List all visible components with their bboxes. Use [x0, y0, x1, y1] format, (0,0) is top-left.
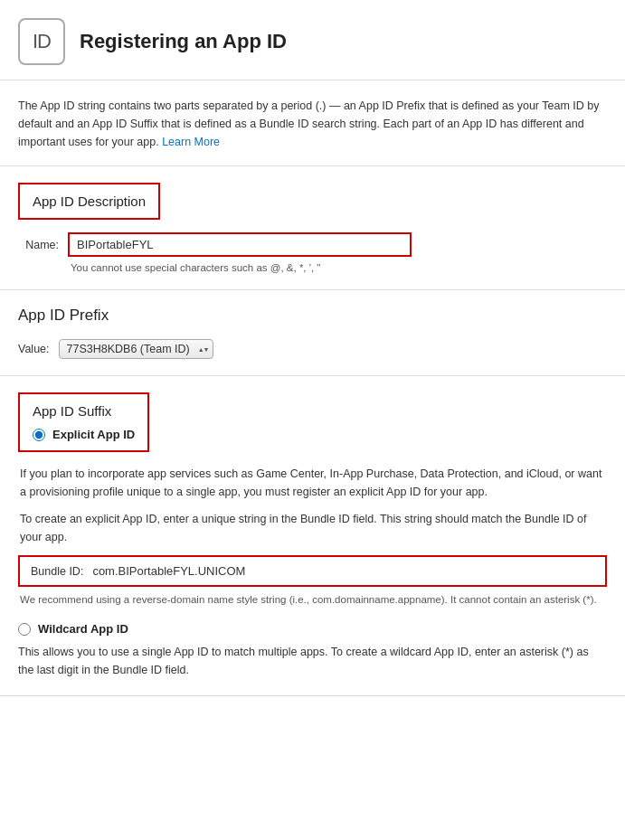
name-note: You cannot use special characters such a… — [71, 262, 607, 273]
prefix-value-label: Value: — [18, 343, 50, 355]
intro-section: The App ID string contains two parts sep… — [0, 80, 625, 166]
explicit-desc2: To create an explicit App ID, enter a un… — [20, 510, 607, 546]
app-id-description-section: App ID Description Name: You cannot use … — [0, 166, 625, 290]
prefix-value-row: Value: 77S3H8KDB6 (Team ID) — [18, 339, 607, 359]
wildcard-radio-row: Wildcard App ID — [18, 622, 607, 636]
page-header: ID Registering an App ID — [0, 0, 625, 80]
app-id-description-title: App ID Description — [33, 193, 146, 209]
intro-text: The App ID string contains two parts sep… — [18, 99, 599, 148]
app-id-suffix-section: App ID Suffix Explicit App ID If you pla… — [0, 376, 625, 696]
bundle-id-note: We recommend using a reverse-domain name… — [20, 592, 607, 608]
name-field-row: Name: — [18, 232, 607, 257]
wildcard-desc: This allows you to use a single App ID t… — [18, 643, 607, 679]
bundle-id-input[interactable] — [92, 564, 594, 578]
bundle-id-row: Bundle ID: — [18, 555, 607, 587]
name-label: Name: — [18, 239, 59, 251]
name-input[interactable] — [68, 232, 412, 257]
app-id-prefix-title: App ID Prefix — [18, 307, 607, 325]
app-id-suffix-title: App ID Suffix — [33, 403, 135, 419]
explicit-desc1: If you plan to incorporate app services … — [20, 465, 607, 501]
explicit-radio[interactable] — [33, 429, 45, 441]
app-id-description-box: App ID Description — [18, 183, 160, 220]
bundle-id-label: Bundle ID: — [31, 565, 83, 578]
app-id-icon: ID — [18, 18, 65, 65]
app-id-prefix-section: App ID Prefix Value: 77S3H8KDB6 (Team ID… — [0, 290, 625, 376]
wildcard-radio-label: Wildcard App ID — [38, 622, 128, 636]
explicit-radio-row: Explicit App ID — [33, 428, 135, 441]
learn-more-link[interactable]: Learn More — [162, 136, 220, 148]
prefix-select[interactable]: 77S3H8KDB6 (Team ID) — [59, 339, 213, 359]
app-id-suffix-box: App ID Suffix Explicit App ID — [18, 392, 149, 452]
explicit-radio-label: Explicit App ID — [52, 428, 135, 441]
wildcard-radio[interactable] — [18, 623, 31, 636]
page-title: Registering an App ID — [80, 30, 287, 53]
prefix-select-wrapper[interactable]: 77S3H8KDB6 (Team ID) — [59, 339, 213, 359]
